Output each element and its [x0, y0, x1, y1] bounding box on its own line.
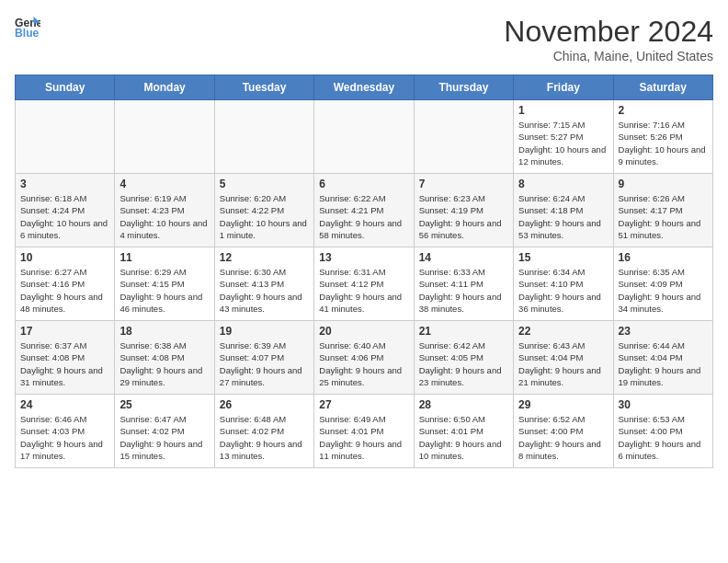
calendar-cell: 21Sunrise: 6:42 AM Sunset: 4:05 PM Dayli… [414, 321, 513, 395]
calendar-cell: 29Sunrise: 6:52 AM Sunset: 4:00 PM Dayli… [514, 395, 613, 468]
day-info: Sunrise: 6:46 AM Sunset: 4:03 PM Dayligh… [20, 413, 109, 462]
calendar-cell: 13Sunrise: 6:31 AM Sunset: 4:12 PM Dayli… [314, 247, 414, 321]
day-info: Sunrise: 6:31 AM Sunset: 4:12 PM Dayligh… [319, 266, 408, 315]
day-info: Sunrise: 6:48 AM Sunset: 4:02 PM Dayligh… [220, 413, 309, 462]
day-number: 23 [619, 325, 708, 338]
day-number: 6 [319, 178, 408, 190]
calendar-cell: 25Sunrise: 6:47 AM Sunset: 4:02 PM Dayli… [115, 395, 214, 468]
day-number: 30 [619, 398, 708, 411]
day-number: 21 [419, 325, 508, 338]
day-number: 11 [119, 251, 209, 264]
day-number: 16 [619, 251, 708, 264]
day-number: 29 [518, 398, 608, 411]
day-info: Sunrise: 6:29 AM Sunset: 4:15 PM Dayligh… [119, 266, 209, 315]
calendar-cell: 3Sunrise: 6:18 AM Sunset: 4:24 PM Daylig… [16, 174, 115, 247]
day-info: Sunrise: 6:20 AM Sunset: 4:22 PM Dayligh… [220, 192, 309, 241]
day-info: Sunrise: 6:27 AM Sunset: 4:16 PM Dayligh… [20, 266, 109, 315]
day-number: 8 [518, 178, 608, 190]
calendar-week-row: 24Sunrise: 6:46 AM Sunset: 4:03 PM Dayli… [16, 395, 713, 468]
day-number: 7 [419, 178, 508, 190]
day-number: 26 [220, 398, 309, 411]
day-number: 17 [20, 325, 109, 338]
day-info: Sunrise: 6:44 AM Sunset: 4:04 PM Dayligh… [619, 339, 708, 388]
calendar-cell: 5Sunrise: 6:20 AM Sunset: 4:22 PM Daylig… [214, 174, 313, 247]
day-number: 20 [319, 325, 408, 338]
day-number: 5 [220, 178, 309, 190]
day-info: Sunrise: 7:16 AM Sunset: 5:26 PM Dayligh… [619, 119, 708, 167]
location: China, Maine, United States [504, 49, 713, 63]
calendar-week-row: 1Sunrise: 7:15 AM Sunset: 5:27 PM Daylig… [16, 100, 713, 174]
calendar-week-row: 3Sunrise: 6:18 AM Sunset: 4:24 PM Daylig… [16, 174, 713, 247]
day-info: Sunrise: 6:34 AM Sunset: 4:10 PM Dayligh… [518, 266, 608, 315]
calendar-cell: 18Sunrise: 6:38 AM Sunset: 4:08 PM Dayli… [115, 321, 214, 395]
day-number: 1 [518, 104, 608, 117]
day-number: 12 [220, 251, 309, 264]
calendar-cell: 26Sunrise: 6:48 AM Sunset: 4:02 PM Dayli… [214, 395, 313, 468]
calendar-week-row: 17Sunrise: 6:37 AM Sunset: 4:08 PM Dayli… [16, 321, 713, 395]
day-info: Sunrise: 6:23 AM Sunset: 4:19 PM Dayligh… [419, 192, 508, 241]
day-number: 28 [419, 398, 508, 411]
calendar-cell: 22Sunrise: 6:43 AM Sunset: 4:04 PM Dayli… [514, 321, 613, 395]
calendar-cell: 6Sunrise: 6:22 AM Sunset: 4:21 PM Daylig… [314, 174, 414, 247]
day-number: 25 [119, 398, 209, 411]
calendar-cell [16, 100, 115, 174]
day-number: 24 [20, 398, 109, 411]
calendar-cell: 12Sunrise: 6:30 AM Sunset: 4:13 PM Dayli… [214, 247, 313, 321]
day-info: Sunrise: 6:42 AM Sunset: 4:05 PM Dayligh… [419, 339, 508, 388]
day-number: 13 [319, 251, 408, 264]
calendar-cell: 1Sunrise: 7:15 AM Sunset: 5:27 PM Daylig… [514, 100, 613, 174]
calendar-cell: 14Sunrise: 6:33 AM Sunset: 4:11 PM Dayli… [414, 247, 513, 321]
calendar-cell: 20Sunrise: 6:40 AM Sunset: 4:06 PM Dayli… [314, 321, 414, 395]
day-info: Sunrise: 6:26 AM Sunset: 4:17 PM Dayligh… [619, 192, 708, 241]
day-number: 19 [220, 325, 309, 338]
calendar-cell: 17Sunrise: 6:37 AM Sunset: 4:08 PM Dayli… [16, 321, 115, 395]
day-info: Sunrise: 6:50 AM Sunset: 4:01 PM Dayligh… [419, 413, 508, 462]
day-number: 10 [20, 251, 109, 264]
day-of-week-header: Saturday [613, 75, 712, 100]
svg-text:Blue: Blue [15, 27, 40, 40]
calendar-cell: 4Sunrise: 6:19 AM Sunset: 4:23 PM Daylig… [115, 174, 214, 247]
calendar-cell: 2Sunrise: 7:16 AM Sunset: 5:26 PM Daylig… [613, 100, 712, 174]
day-info: Sunrise: 6:38 AM Sunset: 4:08 PM Dayligh… [119, 339, 209, 388]
day-number: 14 [419, 251, 508, 264]
day-number: 22 [518, 325, 608, 338]
day-number: 4 [119, 178, 209, 190]
calendar-cell [414, 100, 513, 174]
day-number: 27 [319, 398, 408, 411]
day-of-week-header: Monday [115, 75, 214, 100]
month-title: November 2024 [504, 15, 713, 49]
day-number: 9 [619, 178, 708, 190]
day-info: Sunrise: 6:22 AM Sunset: 4:21 PM Dayligh… [319, 192, 408, 241]
calendar-body: 1Sunrise: 7:15 AM Sunset: 5:27 PM Daylig… [16, 100, 713, 468]
calendar-header-row: SundayMondayTuesdayWednesdayThursdayFrid… [16, 75, 713, 100]
day-of-week-header: Tuesday [214, 75, 313, 100]
calendar-cell: 30Sunrise: 6:53 AM Sunset: 4:00 PM Dayli… [613, 395, 712, 468]
logo: General Blue [15, 15, 42, 40]
day-info: Sunrise: 6:52 AM Sunset: 4:00 PM Dayligh… [518, 413, 608, 462]
calendar-cell [214, 100, 313, 174]
calendar-cell: 23Sunrise: 6:44 AM Sunset: 4:04 PM Dayli… [613, 321, 712, 395]
day-info: Sunrise: 6:19 AM Sunset: 4:23 PM Dayligh… [119, 192, 209, 241]
calendar-cell: 24Sunrise: 6:46 AM Sunset: 4:03 PM Dayli… [16, 395, 115, 468]
day-of-week-header: Thursday [414, 75, 513, 100]
day-info: Sunrise: 6:53 AM Sunset: 4:00 PM Dayligh… [619, 413, 708, 462]
calendar-cell: 8Sunrise: 6:24 AM Sunset: 4:18 PM Daylig… [514, 174, 613, 247]
calendar-cell: 16Sunrise: 6:35 AM Sunset: 4:09 PM Dayli… [613, 247, 712, 321]
page-header: General Blue November 2024 China, Maine,… [15, 15, 713, 63]
day-number: 3 [20, 178, 109, 190]
calendar-cell: 28Sunrise: 6:50 AM Sunset: 4:01 PM Dayli… [414, 395, 513, 468]
calendar-cell [115, 100, 214, 174]
day-of-week-header: Friday [514, 75, 613, 100]
calendar-cell: 11Sunrise: 6:29 AM Sunset: 4:15 PM Dayli… [115, 247, 214, 321]
day-number: 15 [518, 251, 608, 264]
day-info: Sunrise: 6:39 AM Sunset: 4:07 PM Dayligh… [220, 339, 309, 388]
calendar-cell: 27Sunrise: 6:49 AM Sunset: 4:01 PM Dayli… [314, 395, 414, 468]
day-info: Sunrise: 6:43 AM Sunset: 4:04 PM Dayligh… [518, 339, 608, 388]
day-of-week-header: Sunday [16, 75, 115, 100]
day-number: 2 [619, 104, 708, 117]
day-info: Sunrise: 6:33 AM Sunset: 4:11 PM Dayligh… [419, 266, 508, 315]
calendar-cell: 15Sunrise: 6:34 AM Sunset: 4:10 PM Dayli… [514, 247, 613, 321]
day-info: Sunrise: 6:47 AM Sunset: 4:02 PM Dayligh… [119, 413, 209, 462]
day-info: Sunrise: 6:40 AM Sunset: 4:06 PM Dayligh… [319, 339, 408, 388]
day-info: Sunrise: 6:35 AM Sunset: 4:09 PM Dayligh… [619, 266, 708, 315]
